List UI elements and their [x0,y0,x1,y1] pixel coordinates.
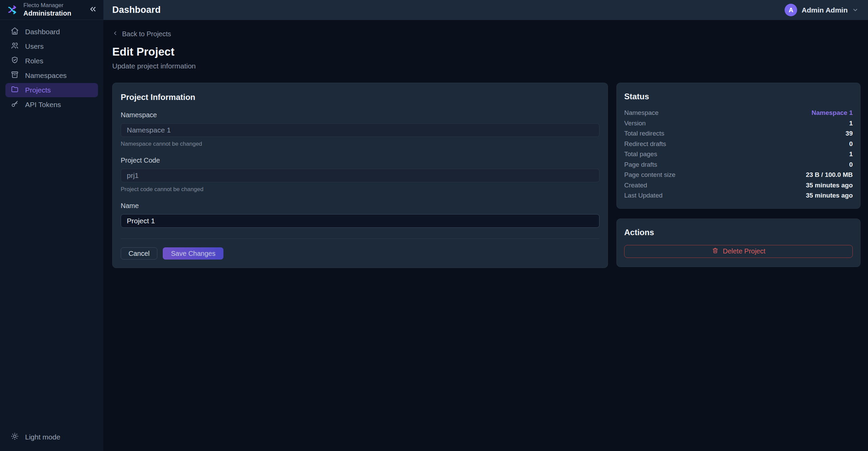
status-label: Redirect drafts [624,140,666,148]
sidebar-header: Flecto Manager Administration [0,0,103,20]
field-name: Name [121,202,599,228]
sidebar-item-label: API Tokens [25,101,61,109]
topbar: Dashboard A Admin Admin [103,0,868,20]
cancel-button[interactable]: Cancel [121,247,157,260]
project-code-field-label: Project Code [121,157,599,164]
status-row-total-pages: Total pages 1 [624,149,853,160]
status-row-page-drafts: Page drafts 0 [624,160,853,170]
sidebar-item-label: Dashboard [25,28,60,36]
delete-project-button[interactable]: Delete Project [624,245,853,258]
sidebar-item-projects[interactable]: Projects [5,83,98,97]
status-row-version: Version 1 [624,118,853,129]
status-value: 39 [846,130,853,137]
app-name: Flecto Manager [23,2,84,9]
sidebar-item-namespaces[interactable]: Namespaces [5,68,98,83]
user-name: Admin Admin [802,6,848,14]
app-subtitle: Administration [23,9,84,17]
status-label: Created [624,182,647,189]
users-icon [11,41,19,52]
status-value: 35 minutes ago [806,182,853,189]
field-namespace: Namespace Namespace cannot be changed [121,111,599,147]
status-row-namespace: Namespace Namespace 1 [624,108,853,118]
namespace-field-label: Namespace [121,111,599,119]
status-row-created: Created 35 minutes ago [624,180,853,191]
status-row-last-updated: Last Updated 35 minutes ago [624,190,853,201]
save-changes-button[interactable]: Save Changes [163,247,223,260]
field-project-code: Project Code Project code cannot be chan… [121,157,599,193]
trash-icon [712,247,719,256]
chevron-down-icon [852,7,859,13]
status-card-title: Status [624,92,853,101]
chevron-left-icon [112,30,118,38]
shield-check-icon [11,56,19,66]
sidebar-item-label: Namespaces [25,71,67,80]
actions-card-title: Actions [624,228,853,237]
main-column: Dashboard A Admin Admin Back to Proje [103,0,868,451]
shuffle-logo-icon [7,4,19,16]
status-value: 1 [849,150,853,158]
home-icon [11,27,19,37]
sidebar-item-label: Users [25,42,44,50]
status-label: Page drafts [624,161,657,168]
sidebar-item-api-tokens[interactable]: API Tokens [5,98,98,112]
status-label: Page content size [624,171,675,179]
name-input[interactable] [121,214,599,228]
form-card-title: Project Information [121,93,599,102]
status-row-redirect-drafts: Redirect drafts 0 [624,139,853,149]
content-columns: Project Information Namespace Namespace … [112,83,861,268]
sidebar: Flecto Manager Administration Dashboard [0,0,103,451]
status-card: Status Namespace Namespace 1 Version 1 [616,83,861,209]
status-value: 1 [849,120,853,127]
name-field-label: Name [121,202,599,210]
namespace-field-hint: Namespace cannot be changed [121,141,599,147]
namespace-input [121,123,599,137]
status-label: Total redirects [624,130,664,137]
sidebar-collapse-button[interactable] [88,5,97,15]
status-value: 35 minutes ago [806,192,853,199]
status-row-page-content-size: Page content size 23 B / 100.0 MB [624,170,853,180]
user-menu[interactable]: A Admin Admin [785,4,859,16]
form-footer: Cancel Save Changes [121,239,599,260]
status-value: 0 [849,161,853,168]
back-to-projects-link[interactable]: Back to Projects [112,30,171,38]
project-code-input [121,169,599,182]
status-value: 0 [849,140,853,148]
sidebar-item-label: Projects [25,86,51,94]
status-rows: Namespace Namespace 1 Version 1 Total re… [624,108,853,201]
status-label: Version [624,120,646,127]
right-column: Status Namespace Namespace 1 Version 1 [616,83,861,267]
sun-icon [11,432,19,442]
page-content: Back to Projects Edit Project Update pro… [103,20,868,451]
sidebar-item-users[interactable]: Users [5,39,98,54]
key-icon [11,100,19,110]
archive-box-icon [11,70,19,81]
folder-icon [11,85,19,95]
status-label: Last Updated [624,192,663,199]
sidebar-item-dashboard[interactable]: Dashboard [5,25,98,39]
light-mode-label: Light mode [25,433,60,441]
sidebar-footer: Light mode [0,425,103,451]
light-mode-toggle[interactable]: Light mode [5,432,98,442]
project-information-card: Project Information Namespace Namespace … [112,83,608,268]
page-title: Edit Project [112,45,861,58]
sidebar-item-roles[interactable]: Roles [5,54,98,68]
status-row-total-redirects: Total redirects 39 [624,128,853,139]
topbar-title: Dashboard [112,5,161,15]
status-value: 23 B / 100.0 MB [806,171,853,179]
sidebar-item-label: Roles [25,57,43,65]
brand-text: Flecto Manager Administration [23,2,84,17]
project-code-field-hint: Project code cannot be changed [121,186,599,193]
double-chevron-left-icon [88,5,97,15]
delete-project-label: Delete Project [723,247,766,255]
status-label: Namespace [624,109,658,117]
app-root: Flecto Manager Administration Dashboard [0,0,868,451]
avatar: A [785,4,797,16]
actions-card: Actions Delete Project [616,219,861,267]
page-subtitle: Update project information [112,62,861,70]
sidebar-nav: Dashboard Users Roles [0,20,103,117]
back-link-label: Back to Projects [122,30,171,38]
namespace-link[interactable]: Namespace 1 [812,109,853,117]
status-label: Total pages [624,150,657,158]
